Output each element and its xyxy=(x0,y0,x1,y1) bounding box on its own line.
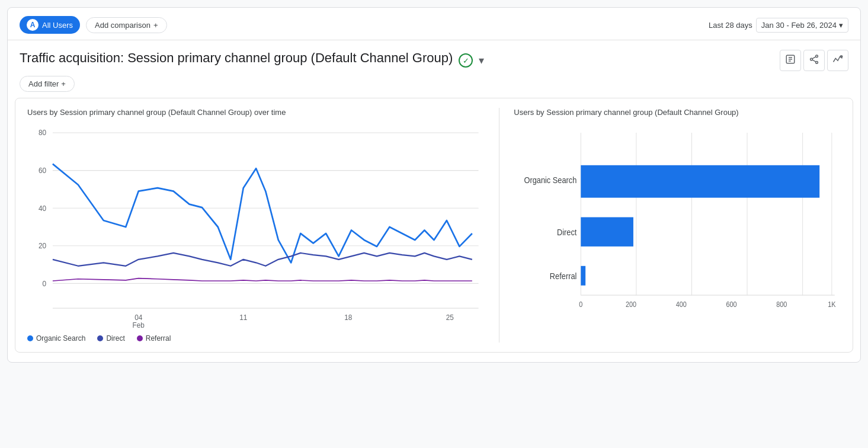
svg-text:400: 400 xyxy=(676,300,687,308)
svg-text:40: 40 xyxy=(39,204,46,212)
svg-point-4 xyxy=(816,55,818,57)
legend-dot-direct xyxy=(97,335,103,341)
title-row: Traffic acquisition: Session primary cha… xyxy=(20,50,848,71)
legend-direct: Direct xyxy=(97,334,124,343)
bar-direct xyxy=(581,217,634,247)
bar-chart-title: Users by Session primary channel group (… xyxy=(514,108,841,117)
svg-text:60: 60 xyxy=(39,167,46,175)
share-icon xyxy=(809,54,819,67)
date-prefix: Last 28 days xyxy=(709,21,752,30)
legend-label-organic: Organic Search xyxy=(36,334,85,343)
bar-organic xyxy=(581,165,820,198)
dropdown-arrow-icon: ▾ xyxy=(839,21,843,30)
sparkline-button[interactable] xyxy=(827,50,848,71)
title-area: Traffic acquisition: Session primary cha… xyxy=(8,40,860,98)
avatar: A xyxy=(27,19,39,31)
svg-text:Organic Search: Organic Search xyxy=(524,176,577,185)
svg-point-5 xyxy=(811,58,813,60)
svg-text:800: 800 xyxy=(776,300,787,308)
date-range-dropdown[interactable]: Jan 30 - Feb 26, 2024 ▾ xyxy=(756,18,848,33)
svg-line-7 xyxy=(812,60,815,62)
title-icons xyxy=(780,50,848,71)
add-filter-label: Add filter xyxy=(28,79,59,88)
svg-text:25: 25 xyxy=(446,313,454,322)
header-bar: A All Users Add comparison + Last 28 day… xyxy=(8,8,860,40)
sparkline-icon xyxy=(832,54,843,67)
svg-text:18: 18 xyxy=(344,313,352,322)
charts-section: Users by Session primary channel group (… xyxy=(15,98,853,353)
svg-text:600: 600 xyxy=(726,300,737,308)
svg-text:11: 11 xyxy=(239,313,247,322)
legend-organic-search: Organic Search xyxy=(27,334,85,343)
main-container: A All Users Add comparison + Last 28 day… xyxy=(7,7,861,363)
line-chart-area: Users by Session primary channel group (… xyxy=(27,108,499,343)
svg-text:Feb: Feb xyxy=(133,321,145,328)
svg-text:0: 0 xyxy=(579,300,583,308)
report-title: Traffic acquisition: Session primary cha… xyxy=(20,50,453,66)
bar-referral xyxy=(581,266,586,286)
share-button[interactable] xyxy=(803,50,825,71)
svg-text:20: 20 xyxy=(39,242,46,250)
svg-text:200: 200 xyxy=(626,300,636,308)
header-left: A All Users Add comparison + xyxy=(20,16,167,34)
date-range-text: Jan 30 - Feb 26, 2024 xyxy=(761,21,837,30)
all-users-label: All Users xyxy=(42,21,73,30)
title-dropdown-button[interactable]: ▾ xyxy=(479,54,484,67)
svg-text:0: 0 xyxy=(43,280,47,288)
legend-dot-referral xyxy=(137,335,143,341)
header-right: Last 28 days Jan 30 - Feb 26, 2024 ▾ xyxy=(709,18,848,33)
legend-label-referral: Referral xyxy=(146,334,171,343)
svg-text:Referral: Referral xyxy=(550,271,577,281)
legend-dot-organic xyxy=(27,335,33,341)
all-users-badge[interactable]: A All Users xyxy=(20,16,80,34)
add-filter-button[interactable]: Add filter + xyxy=(20,76,75,92)
add-comparison-button[interactable]: Add comparison + xyxy=(86,17,167,33)
line-chart-legend: Organic Search Direct Referral xyxy=(27,334,485,343)
svg-text:1K: 1K xyxy=(828,300,837,308)
svg-text:80: 80 xyxy=(39,129,46,137)
bar-chart-area: Users by Session primary channel group (… xyxy=(499,108,841,343)
check-icon: ✓ xyxy=(459,53,473,68)
svg-point-6 xyxy=(816,61,818,63)
svg-text:Direct: Direct xyxy=(557,228,577,238)
line-chart-title: Users by Session primary channel group (… xyxy=(27,108,485,117)
title-group: Traffic acquisition: Session primary cha… xyxy=(20,50,484,71)
add-comparison-label: Add comparison xyxy=(95,21,150,30)
plus-icon: + xyxy=(153,21,158,30)
line-chart-svg: 80 60 40 20 0 04 Feb 11 18 25 xyxy=(27,126,485,328)
check-mark: ✓ xyxy=(463,56,469,65)
filter-plus-icon: + xyxy=(61,79,66,88)
filter-row: Add filter + xyxy=(20,76,848,92)
svg-line-8 xyxy=(812,57,815,59)
legend-label-direct: Direct xyxy=(106,334,124,343)
edit-report-button[interactable] xyxy=(780,50,801,71)
bar-chart-svg: 0 200 400 600 800 1K Organic Search Dire… xyxy=(514,126,841,328)
svg-text:04: 04 xyxy=(134,313,142,322)
legend-referral: Referral xyxy=(137,334,171,343)
edit-icon xyxy=(785,54,796,67)
